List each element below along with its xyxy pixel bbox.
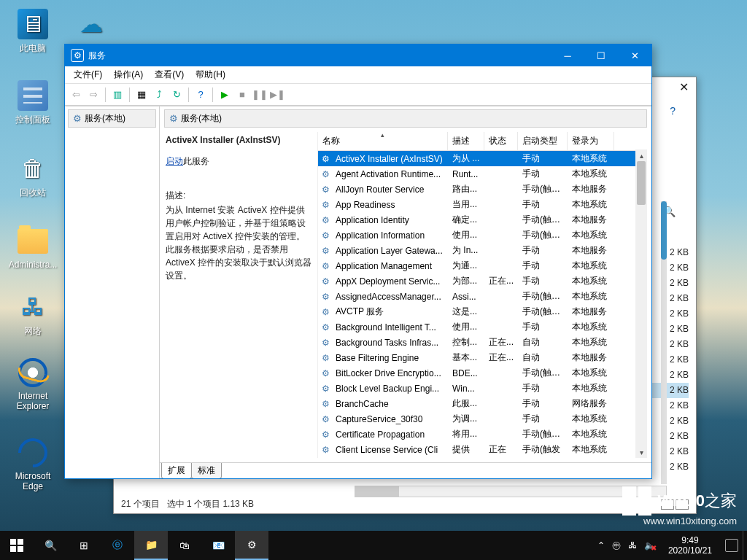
desktop-control-panel[interactable]: 控制面板 [6,80,60,126]
desktop-this-pc[interactable]: 🖥此电脑 [6,9,60,55]
cell-startup: 手动(触发 [518,443,568,456]
col-state[interactable]: 状态 [484,132,518,150]
search-button[interactable]: 🔍 [34,531,67,560]
service-row[interactable]: ⚙AllJoyn Router Service路由...手动(触发...本地服务 [318,182,647,197]
cell-logon: 本地系统 [568,152,614,165]
tray-clock[interactable]: 9:492020/10/21 [662,535,718,556]
nav-back-button[interactable]: ⇦ [68,87,84,103]
cell-desc: 确定... [448,214,484,226]
cell-startup: 手动 [518,397,568,410]
cell-desc: 为通... [448,260,484,272]
menu-action[interactable]: 操作(A) [108,67,149,82]
service-row[interactable]: ⚙Block Level Backup Engi...Win...手动本地系统 [318,381,647,396]
service-row[interactable]: ⚙Base Filtering Engine基本...正在...自动本地服务 [318,350,647,365]
nav-forward-button[interactable]: ⇨ [85,87,101,103]
tray-chevron-icon[interactable]: ⌃ [597,540,605,551]
service-row[interactable]: ⚙Background Tasks Infras...控制...正在...自动本… [318,335,647,350]
desktop-weather[interactable]: ☁ [64,9,118,42]
tray-volume-mute-icon[interactable]: 🔈✖ [644,540,655,551]
cell-startup: 手动 [518,244,568,257]
titlebar[interactable]: ⚙ 服务 ─ ☐ ✕ [65,44,651,66]
cell-name: Base Filtering Engine [331,353,448,363]
taskview-button[interactable]: ⊞ [67,531,101,560]
col-desc[interactable]: 描述 [448,132,484,150]
cell-logon: 本地系统 [568,260,614,272]
stop-button[interactable]: ■ [234,87,250,103]
taskbar-services[interactable]: ⚙ [235,531,268,560]
scrollbar-vertical[interactable] [661,201,667,484]
tray-notifications-icon[interactable] [725,539,738,552]
scroll-down-icon[interactable]: ▾ [635,446,647,458]
service-row[interactable]: ⚙Application Information使用...手动(触发...本地系… [318,228,647,243]
col-name[interactable]: 名称▴ [318,132,448,150]
tray-network-icon[interactable]: 🖧 [628,540,637,551]
tree-root-item[interactable]: ⚙服务(本地) [68,109,156,128]
scrollbar-horizontal[interactable] [355,486,667,497]
taskbar-store[interactable]: 🛍 [168,531,201,560]
service-row[interactable]: ⚙Agent Activation Runtime...Runt...手动本地系… [318,166,647,182]
service-row[interactable]: ⚙AppX Deployment Servic...为部...正在...手动本地… [318,273,647,289]
desktop-ie[interactable]: Internet Explorer [6,357,60,411]
menu-view[interactable]: 查看(V) [149,67,190,82]
col-logon[interactable]: 登录为 [568,132,614,150]
desktop-edge[interactable]: Microsoft Edge [6,438,60,491]
help-icon[interactable]: ? [670,105,676,117]
service-row[interactable]: ⚙Application Management为通...手动本地系统 [318,258,647,273]
cell-desc: 此服... [448,397,484,410]
service-row[interactable]: ⚙Background Intelligent T...使用...手动本地系统 [318,319,647,335]
service-row[interactable]: ⚙Client License Service (Cli提供正在手动(触发本地系… [318,442,647,457]
close-button[interactable]: ✕ [618,44,651,66]
service-row[interactable]: ⚙AVCTP 服务这是...手动(触发...本地服务 [318,304,647,319]
service-row[interactable]: ⚙AssignedAccessManager...Assi...手动(触发...… [318,289,647,304]
taskbar-explorer[interactable]: 📁 [134,531,168,560]
service-row[interactable]: ⚙Certificate Propagation将用...手动(触发...本地系… [318,427,647,442]
minimize-button[interactable]: ─ [551,44,584,66]
list-header[interactable]: 名称▴ 描述 状态 启动类型 登录为 [318,132,647,151]
cell-startup: 手动 [518,152,568,165]
desktop-recycle-bin[interactable]: 🗑回收站 [6,153,60,199]
refresh-button[interactable]: ↻ [169,87,185,103]
recycle-bin-icon: 🗑 [18,153,48,184]
service-row[interactable]: ⚙CaptureService_30f30为调...手动本地系统 [318,411,647,427]
service-row[interactable]: ⚙BranchCache此服...手动网络服务 [318,396,647,411]
gear-icon: ⚙ [73,113,82,124]
close-icon[interactable]: ✕ [679,80,689,94]
start-button[interactable] [0,531,34,560]
desktop-network[interactable]: 🖧网络 [6,292,60,338]
selected-service-name: ActiveX Installer (AxInstSV) [166,135,311,145]
pause-button[interactable]: ❚❚ [252,87,268,103]
cell-name: AppX Deployment Servic... [331,276,448,287]
tray-ime-icon[interactable]: ㊥ [612,540,621,552]
show-tree-button[interactable]: ▥ [109,87,125,103]
maximize-button[interactable]: ☐ [584,44,618,66]
menu-help[interactable]: 帮助(H) [190,67,231,82]
cell-startup: 手动(触发... [518,428,568,440]
service-row[interactable]: ⚙ActiveX Installer (AxInstSV)为从 ...手动本地系… [318,151,647,166]
service-row[interactable]: ⚙App Readiness当用...手动本地系统 [318,197,647,212]
show-desktop-button[interactable] [743,531,747,560]
cell-name: BranchCache [331,399,448,409]
list-scrollbar[interactable]: ▴▾ [635,149,647,458]
properties-button[interactable]: ▦ [133,87,150,103]
scroll-up-icon[interactable]: ▴ [635,149,647,161]
tab-standard[interactable]: 标准 [191,463,222,479]
menu-file[interactable]: 文件(F) [68,67,108,82]
service-row[interactable]: ⚙Application Identity确定...手动(触发...本地服务 [318,212,647,228]
cell-desc: 这是... [448,306,484,318]
gear-icon: ⚙ [320,260,331,272]
start-service-link[interactable]: 启动 [166,156,183,166]
cell-name: Application Layer Gatewa... [331,246,448,256]
help-button[interactable]: ? [193,87,209,103]
service-row[interactable]: ⚙BitLocker Drive Encryptio...BDE...手动(触发… [318,365,647,381]
desktop-admin-folder[interactable]: Administra... [6,226,60,270]
taskbar-edge[interactable]: ⓔ [101,531,134,560]
tab-extended[interactable]: 扩展 [161,463,192,479]
taskbar-mail[interactable]: 📧 [201,531,235,560]
system-tray: ⌃ ㊥ 🖧 🔈✖ 9:492020/10/21 [593,535,743,556]
service-row[interactable]: ⚙Application Layer Gatewa...为 In...手动本地服… [318,243,647,258]
play-button[interactable]: ▶ [217,87,233,103]
restart-button[interactable]: ▶❚ [269,87,285,103]
export-button[interactable]: ⤴ [151,87,167,103]
col-startup[interactable]: 启动类型 [518,132,568,150]
gear-icon: ⚙ [320,291,331,303]
